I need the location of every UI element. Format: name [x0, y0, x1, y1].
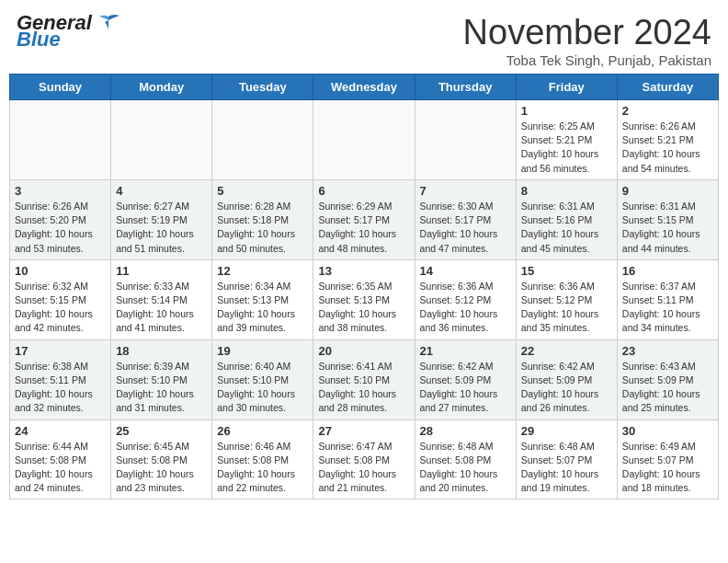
calendar-cell: 24Sunrise: 6:44 AM Sunset: 5:08 PM Dayli…: [10, 419, 111, 500]
calendar-cell: 2Sunrise: 6:26 AM Sunset: 5:21 PM Daylig…: [617, 100, 718, 180]
day-info: Sunrise: 6:33 AM Sunset: 5:14 PM Dayligh…: [116, 281, 194, 334]
day-info: Sunrise: 6:48 AM Sunset: 5:07 PM Dayligh…: [521, 441, 599, 494]
day-number: 2: [622, 104, 713, 118]
day-number: 24: [15, 424, 106, 438]
header-friday: Friday: [516, 75, 617, 100]
day-info: Sunrise: 6:44 AM Sunset: 5:08 PM Dayligh…: [15, 441, 93, 494]
calendar-week-row: 1Sunrise: 6:25 AM Sunset: 5:21 PM Daylig…: [10, 100, 719, 180]
page-wrapper: General Blue November 2024 Toba Tek Sing…: [0, 0, 728, 563]
calendar-header-row: Sunday Monday Tuesday Wednesday Thursday…: [10, 75, 719, 100]
day-info: Sunrise: 6:39 AM Sunset: 5:10 PM Dayligh…: [116, 361, 194, 414]
day-info: Sunrise: 6:31 AM Sunset: 5:15 PM Dayligh…: [622, 201, 700, 254]
calendar-cell: 4Sunrise: 6:27 AM Sunset: 5:19 PM Daylig…: [111, 179, 212, 259]
calendar-cell: 13Sunrise: 6:35 AM Sunset: 5:13 PM Dayli…: [313, 259, 415, 339]
header-saturday: Saturday: [617, 75, 718, 100]
day-info: Sunrise: 6:25 AM Sunset: 5:21 PM Dayligh…: [521, 121, 599, 174]
day-number: 19: [217, 344, 308, 358]
day-info: Sunrise: 6:45 AM Sunset: 5:08 PM Dayligh…: [116, 441, 194, 494]
day-number: 15: [521, 264, 612, 278]
calendar-cell: 8Sunrise: 6:31 AM Sunset: 5:16 PM Daylig…: [516, 179, 617, 259]
calendar-cell: 11Sunrise: 6:33 AM Sunset: 5:14 PM Dayli…: [111, 259, 212, 339]
calendar-table: Sunday Monday Tuesday Wednesday Thursday…: [9, 74, 719, 500]
calendar-cell: 7Sunrise: 6:30 AM Sunset: 5:17 PM Daylig…: [415, 179, 516, 259]
month-year-title: November 2024: [463, 13, 711, 52]
day-info: Sunrise: 6:38 AM Sunset: 5:11 PM Dayligh…: [15, 361, 93, 414]
calendar-cell: 1Sunrise: 6:25 AM Sunset: 5:21 PM Daylig…: [516, 100, 617, 180]
day-number: 7: [420, 184, 511, 198]
day-number: 9: [622, 184, 713, 198]
day-info: Sunrise: 6:36 AM Sunset: 5:12 PM Dayligh…: [420, 281, 498, 334]
day-info: Sunrise: 6:42 AM Sunset: 5:09 PM Dayligh…: [521, 361, 599, 414]
calendar-cell: 19Sunrise: 6:40 AM Sunset: 5:10 PM Dayli…: [212, 339, 313, 419]
day-info: Sunrise: 6:28 AM Sunset: 5:18 PM Dayligh…: [217, 201, 295, 254]
calendar-cell: 23Sunrise: 6:43 AM Sunset: 5:09 PM Dayli…: [617, 339, 718, 419]
day-number: 4: [116, 184, 207, 198]
day-info: Sunrise: 6:27 AM Sunset: 5:19 PM Dayligh…: [116, 201, 194, 254]
day-number: 8: [521, 184, 612, 198]
day-info: Sunrise: 6:35 AM Sunset: 5:13 PM Dayligh…: [318, 281, 396, 334]
calendar-cell: 17Sunrise: 6:38 AM Sunset: 5:11 PM Dayli…: [10, 339, 111, 419]
day-info: Sunrise: 6:36 AM Sunset: 5:12 PM Dayligh…: [521, 281, 599, 334]
day-info: Sunrise: 6:46 AM Sunset: 5:08 PM Dayligh…: [217, 441, 295, 494]
location-subtitle: Toba Tek Singh, Punjab, Pakistan: [463, 52, 711, 68]
day-number: 30: [622, 424, 713, 438]
calendar-week-row: 17Sunrise: 6:38 AM Sunset: 5:11 PM Dayli…: [10, 339, 719, 419]
day-number: 6: [318, 184, 409, 198]
calendar-cell: 10Sunrise: 6:32 AM Sunset: 5:15 PM Dayli…: [10, 259, 111, 339]
calendar-cell: [212, 100, 313, 180]
calendar-cell: 18Sunrise: 6:39 AM Sunset: 5:10 PM Dayli…: [111, 339, 212, 419]
header-tuesday: Tuesday: [212, 75, 313, 100]
day-number: 12: [217, 264, 308, 278]
day-number: 10: [15, 264, 106, 278]
page-header: General Blue November 2024 Toba Tek Sing…: [0, 0, 728, 74]
day-info: Sunrise: 6:31 AM Sunset: 5:16 PM Dayligh…: [521, 201, 599, 254]
calendar-cell: 16Sunrise: 6:37 AM Sunset: 5:11 PM Dayli…: [617, 259, 718, 339]
header-monday: Monday: [111, 75, 212, 100]
calendar-cell: 30Sunrise: 6:49 AM Sunset: 5:07 PM Dayli…: [617, 419, 718, 500]
day-info: Sunrise: 6:29 AM Sunset: 5:17 PM Dayligh…: [318, 201, 396, 254]
calendar-cell: [111, 100, 212, 180]
day-info: Sunrise: 6:40 AM Sunset: 5:10 PM Dayligh…: [217, 361, 295, 414]
day-number: 16: [622, 264, 713, 278]
day-info: Sunrise: 6:32 AM Sunset: 5:15 PM Dayligh…: [15, 281, 93, 334]
day-info: Sunrise: 6:30 AM Sunset: 5:17 PM Dayligh…: [420, 201, 498, 254]
day-number: 21: [420, 344, 511, 358]
day-number: 5: [217, 184, 308, 198]
header-sunday: Sunday: [10, 75, 111, 100]
logo-blue-text: Blue: [17, 29, 61, 50]
day-number: 1: [521, 104, 612, 118]
calendar-cell: 21Sunrise: 6:42 AM Sunset: 5:09 PM Dayli…: [415, 339, 516, 419]
day-info: Sunrise: 6:26 AM Sunset: 5:20 PM Dayligh…: [15, 201, 93, 254]
day-number: 11: [116, 264, 207, 278]
logo-bird-icon: [96, 13, 121, 33]
day-info: Sunrise: 6:41 AM Sunset: 5:10 PM Dayligh…: [318, 361, 396, 414]
day-number: 22: [521, 344, 612, 358]
calendar-week-row: 3Sunrise: 6:26 AM Sunset: 5:20 PM Daylig…: [10, 179, 719, 259]
calendar-cell: 14Sunrise: 6:36 AM Sunset: 5:12 PM Dayli…: [415, 259, 516, 339]
day-number: 3: [15, 184, 106, 198]
day-info: Sunrise: 6:42 AM Sunset: 5:09 PM Dayligh…: [420, 361, 498, 414]
day-info: Sunrise: 6:48 AM Sunset: 5:08 PM Dayligh…: [420, 441, 498, 494]
day-number: 18: [116, 344, 207, 358]
calendar-cell: 9Sunrise: 6:31 AM Sunset: 5:15 PM Daylig…: [617, 179, 718, 259]
day-number: 26: [217, 424, 308, 438]
calendar-cell: 15Sunrise: 6:36 AM Sunset: 5:12 PM Dayli…: [516, 259, 617, 339]
calendar-cell: 12Sunrise: 6:34 AM Sunset: 5:13 PM Dayli…: [212, 259, 313, 339]
calendar-cell: 6Sunrise: 6:29 AM Sunset: 5:17 PM Daylig…: [313, 179, 415, 259]
day-number: 20: [318, 344, 409, 358]
calendar-cell: 25Sunrise: 6:45 AM Sunset: 5:08 PM Dayli…: [111, 419, 212, 500]
calendar-cell: 27Sunrise: 6:47 AM Sunset: 5:08 PM Dayli…: [313, 419, 415, 500]
day-info: Sunrise: 6:26 AM Sunset: 5:21 PM Dayligh…: [622, 121, 700, 174]
logo: General Blue: [17, 13, 121, 50]
calendar-cell: 29Sunrise: 6:48 AM Sunset: 5:07 PM Dayli…: [516, 419, 617, 500]
day-info: Sunrise: 6:49 AM Sunset: 5:07 PM Dayligh…: [622, 441, 700, 494]
calendar-cell: 20Sunrise: 6:41 AM Sunset: 5:10 PM Dayli…: [313, 339, 415, 419]
title-section: November 2024 Toba Tek Singh, Punjab, Pa…: [463, 13, 711, 68]
day-info: Sunrise: 6:47 AM Sunset: 5:08 PM Dayligh…: [318, 441, 396, 494]
calendar-cell: 26Sunrise: 6:46 AM Sunset: 5:08 PM Dayli…: [212, 419, 313, 500]
header-thursday: Thursday: [415, 75, 516, 100]
calendar-cell: 5Sunrise: 6:28 AM Sunset: 5:18 PM Daylig…: [212, 179, 313, 259]
calendar-week-row: 24Sunrise: 6:44 AM Sunset: 5:08 PM Dayli…: [10, 419, 719, 500]
calendar-week-row: 10Sunrise: 6:32 AM Sunset: 5:15 PM Dayli…: [10, 259, 719, 339]
calendar-cell: [313, 100, 415, 180]
